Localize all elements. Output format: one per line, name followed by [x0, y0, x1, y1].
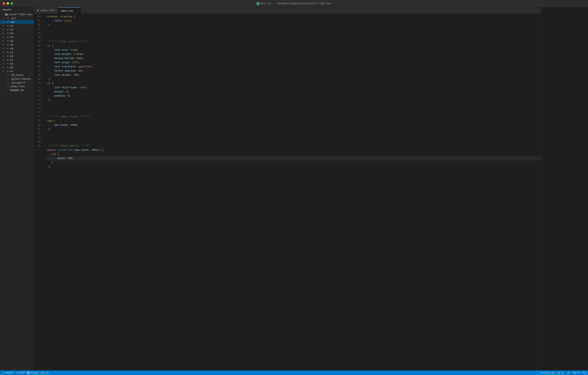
status-github[interactable]: GitHub	[27, 371, 38, 374]
chevron-right-icon: ▶	[3, 70, 6, 72]
sidebar-item-label: w5	[10, 62, 13, 65]
sidebar-item-readme[interactable]: README.md	[0, 88, 34, 92]
folder-icon	[5, 13, 8, 16]
sidebar-item-p2[interactable]: ▶ p2	[0, 54, 34, 58]
tab-dot	[37, 10, 39, 11]
fold-arrow-68[interactable]: ▾	[46, 81, 47, 86]
close-button[interactable]	[3, 2, 5, 5]
chevron-right-icon: ▶	[3, 63, 6, 65]
github-icon	[27, 371, 30, 374]
code-line-60: font-size: 1rem;	[46, 48, 541, 52]
status-branch[interactable]: master	[2, 372, 14, 374]
code-line-54: ▾ a:hover, a:active {	[46, 15, 541, 19]
charset-label: UTF-8	[573, 372, 579, 374]
chevron-right-icon: ▶	[3, 47, 6, 50]
fold-arrow-80[interactable]: ▾	[46, 148, 47, 152]
fold-arrow-81[interactable]: ▾	[46, 152, 47, 156]
tab-main-css[interactable]: main.css	[58, 7, 81, 14]
sidebar-item-ds-store[interactable]: .DS_Store	[0, 73, 34, 77]
code-line-76: max-width: 100%;	[46, 123, 541, 127]
sidebar-item-pt[interactable]: ▶ pt	[0, 58, 34, 62]
tab-index-html[interactable]: index.html	[34, 7, 58, 14]
titlebar: CSS main.css — ~/Documents/Repositories/…	[0, 0, 588, 7]
status-position[interactable]: 82:16	[558, 372, 564, 374]
sidebar-item-gitignore[interactable]: .gitignore	[0, 81, 34, 85]
status-encoding[interactable]: LF	[567, 372, 570, 374]
language-label: CSS	[582, 372, 586, 374]
code-line-57	[46, 27, 541, 40]
sidebar-item-index-html[interactable]: index.html	[0, 85, 34, 88]
folder-p1-icon	[6, 51, 10, 54]
sidebar-item-project-root[interactable]: ▾ avt217-fa20-tues	[0, 12, 34, 16]
folder-e3-icon	[6, 32, 10, 35]
code-line-56: }	[46, 23, 541, 27]
code-line-81: ▾ .col {	[46, 152, 541, 156]
status-right: css/main.css 82:16 LF UTF-8 CSS	[540, 372, 586, 374]
code-line-79: /****** media queries ******/	[46, 144, 541, 148]
fold-arrow-59[interactable]: ▾	[46, 44, 47, 48]
chevron-down-icon: ▾	[1, 13, 4, 16]
minimize-button[interactable]	[7, 2, 9, 5]
sidebar-item-label: index.html	[10, 85, 25, 88]
sidebar-item-label: pt	[10, 59, 13, 61]
sidebar-item-label: e2	[10, 28, 13, 31]
sidebar-header: Project	[0, 7, 34, 12]
fold-arrow-75[interactable]: ▾	[46, 119, 47, 123]
tab-label: main.css	[61, 10, 73, 12]
status-file-path[interactable]: css/main.css	[540, 372, 555, 374]
sidebar-item-w7[interactable]: ▶ w7	[0, 69, 34, 73]
code-line-66: font-weight: 700;	[46, 73, 541, 77]
code-line-78	[46, 131, 541, 144]
sidebar-item-label: e6	[10, 44, 13, 46]
sidebar-item-e3[interactable]: ▶ e3	[0, 32, 34, 35]
code-editor[interactable]: ▾ a:hover, a:active { color: gold; }	[43, 14, 541, 370]
code-line-80: ▾ @media screen and (max-width: 900px) {	[46, 148, 541, 152]
chevron-right-icon: ▶	[3, 51, 6, 54]
maximize-button[interactable]	[10, 2, 13, 5]
status-language[interactable]: CSS	[582, 372, 586, 374]
code-line-68: ▾ ul {	[46, 81, 541, 86]
sidebar-item-label: css	[10, 21, 15, 23]
svg-rect-1	[5, 13, 6, 14]
sidebar-item-label: p2	[10, 55, 13, 58]
sidebar-item-git[interactable]: ▶ .git	[0, 16, 34, 20]
sidebar-item-e1[interactable]: ▶ e1	[0, 24, 34, 28]
sidebar-item-e6[interactable]: ▶ e6	[0, 43, 34, 47]
sidebar-item-css[interactable]: ▾ css	[0, 20, 34, 24]
chevron-down-icon: ▾	[3, 21, 6, 23]
sidebar-item-gitattributes[interactable]: .gitattributes	[0, 77, 34, 81]
sidebar-item-label: .gitattributes	[10, 77, 31, 80]
sidebar-item-e9[interactable]: ▶ e9	[0, 47, 34, 50]
chevron-right-icon: ▶	[3, 28, 6, 31]
folder-css-icon	[6, 21, 10, 23]
sidebar-item-w5[interactable]: ▶ w5	[0, 62, 34, 66]
sidebar-item-label: e1	[10, 24, 13, 27]
sidebar-item-label: w7	[10, 70, 13, 73]
folder-pt-icon	[6, 58, 10, 61]
code-line-61: line-height: 1.5rem;	[46, 52, 541, 56]
sidebar-item-e5[interactable]: ▶ e5	[0, 39, 34, 43]
refresh-icon	[16, 372, 18, 374]
sidebar-item-p1[interactable]: ▶ p1	[0, 50, 34, 54]
sidebar-item-w6[interactable]: ▶ w6	[0, 66, 34, 69]
sidebar-item-e4[interactable]: ▶ e4	[0, 35, 34, 39]
code-line-75: ▾ img {	[46, 119, 541, 123]
window-title: CSS main.css — ~/Documents/Repositories/…	[257, 2, 331, 5]
sidebar-item-label: .git	[10, 17, 16, 20]
sidebar-item-e2[interactable]: ▶ e2	[0, 28, 34, 32]
status-fetch[interactable]: Fetch	[16, 372, 25, 374]
folder-e4-icon	[6, 36, 10, 39]
status-git[interactable]: Git (1)	[41, 372, 49, 374]
branch-label: master	[6, 372, 14, 374]
sidebar-item-label: e5	[10, 40, 13, 43]
folder-e9-icon	[6, 47, 10, 50]
chevron-right-icon: ▶	[3, 40, 6, 42]
code-line-55: color: gold;	[46, 19, 541, 23]
code-line-70: margin: 0;	[46, 90, 541, 94]
fold-arrow-54[interactable]: ▾	[46, 15, 47, 19]
tab-label: index.html	[40, 9, 55, 12]
status-charset[interactable]: UTF-8	[573, 372, 579, 374]
code-line-77: }	[46, 127, 541, 131]
chevron-right-icon: ▶	[3, 17, 6, 19]
code-line-65: letter-spacing: 1px;	[46, 69, 541, 73]
